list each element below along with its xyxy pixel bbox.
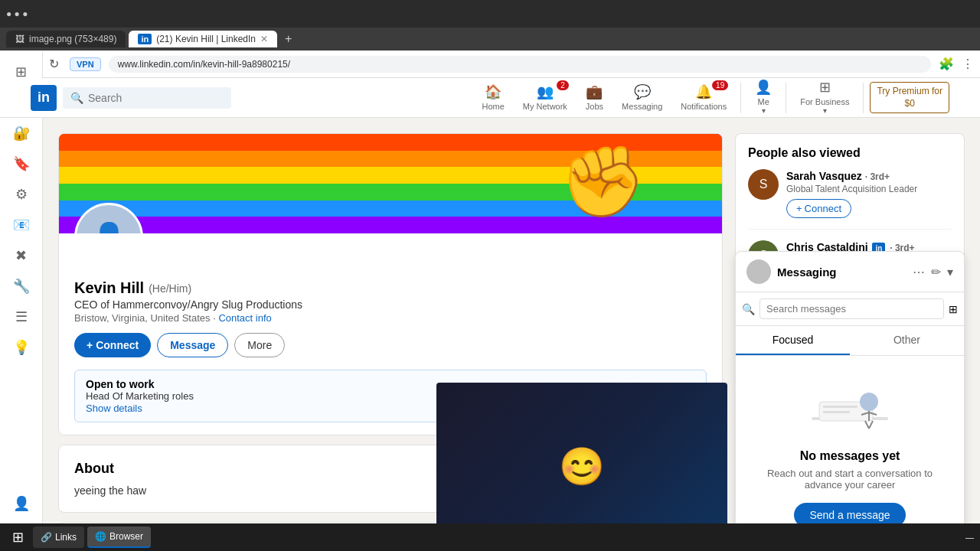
more-button[interactable]: More	[234, 333, 285, 357]
home-icon: 🏠	[485, 83, 501, 100]
messaging-tab-focused[interactable]: Focused	[736, 326, 850, 355]
nav-jobs-label: Jobs	[586, 102, 603, 111]
show-details-link[interactable]: Show details	[86, 403, 142, 414]
nav-jobs[interactable]: 💼 Jobs	[578, 80, 611, 116]
banner-fist-icon: ✊	[560, 142, 645, 222]
messaging-filter-icon[interactable]: ⊞	[949, 303, 958, 315]
messaging-header-avatar	[746, 259, 771, 284]
messaging-icon: 💬	[634, 83, 651, 100]
tab-favicon: 🖼	[15, 34, 24, 44]
sidebar-icon-3[interactable]: 🔐	[8, 119, 35, 147]
linkedin-logo[interactable]: in	[31, 85, 57, 111]
vpn-badge: VPN	[70, 57, 101, 71]
me-icon: 👤	[755, 79, 772, 96]
sidebar-icon-7[interactable]: ✖	[8, 242, 35, 269]
for-business-chevron: ▾	[823, 106, 827, 115]
search-box: 🔍	[63, 87, 231, 109]
taskbar-time: —	[965, 533, 974, 542]
taskbar-tray: —	[965, 533, 974, 542]
nav-network-label: My Network	[523, 102, 567, 111]
search-icon: 🔍	[70, 92, 83, 104]
person-title-sarah: Global Talent Acquisition Leader	[786, 184, 952, 194]
svg-rect-8	[823, 406, 858, 408]
nav-network[interactable]: 👥 My Network 2	[515, 80, 575, 116]
main-nav: 🏠 Home 👥 My Network 2 💼 Jobs 💬 Messaging…	[474, 76, 949, 119]
nav-me[interactable]: 👤 Me ▾	[747, 76, 779, 119]
profile-name: Kevin Hill (He/Him)	[74, 279, 707, 297]
svg-line-6	[865, 421, 869, 429]
profile-title: CEO of Hammerconvoy/Angry Slug Productio…	[74, 298, 707, 311]
sidebar-icon-bottom[interactable]: 👤	[8, 490, 35, 517]
grid-icon: ⊞	[819, 79, 831, 96]
refresh-button[interactable]: ↻	[46, 55, 62, 73]
sidebar-icon-4[interactable]: 🔖	[8, 150, 35, 178]
tab-close-button[interactable]: ✕	[260, 34, 268, 44]
contact-info-link[interactable]: Contact info	[218, 312, 271, 324]
nav-notifications-label: Notifications	[681, 102, 727, 111]
plus-icon: +	[87, 339, 93, 351]
me-chevron: ▾	[762, 106, 766, 115]
profile-location: Bristow, Virginia, United States · Conta…	[74, 312, 707, 324]
message-button[interactable]: Message	[157, 333, 228, 357]
sidebar-icon-10[interactable]: 💡	[8, 334, 35, 361]
messaging-title: Messaging	[777, 266, 913, 279]
nav-messaging[interactable]: 💬 Messaging	[614, 80, 670, 116]
sidebar-icon-8[interactable]: 🔧	[8, 272, 35, 300]
nav-divider-2	[786, 83, 786, 113]
messaging-compose-icon[interactable]: ✏	[931, 265, 941, 279]
traffic-lights[interactable]: ● ● ●	[6, 8, 28, 19]
messaging-actions: ⋯ ✏ ▾	[913, 265, 953, 279]
tab-linkedin[interactable]: in (21) Kevin Hill | LinkedIn ✕	[129, 31, 277, 47]
messaging-search-icon: 🔍	[742, 303, 755, 315]
person-info-sarah: Sarah Vasquez · 3rd+ Global Talent Acqui…	[786, 169, 952, 218]
profile-avatar-container: 👤	[74, 203, 143, 233]
messaging-tabs: Focused Other	[736, 326, 964, 356]
premium-button[interactable]: Try Premium for $0	[870, 82, 949, 113]
browser-tabs: 🖼 image.png (753×489) in (21) Kevin Hill…	[0, 28, 980, 51]
connect-sarah-button[interactable]: + Connect	[786, 199, 851, 218]
messaging-collapse-icon[interactable]: ▾	[947, 265, 953, 279]
tab-image[interactable]: 🖼 image.png (753×489)	[6, 31, 126, 47]
taskbar-browser-label: Browser	[109, 531, 143, 542]
tab-label: image.png (753×489)	[29, 34, 116, 44]
plus-icon-sarah: +	[796, 203, 802, 214]
links-icon: 🔗	[41, 532, 52, 543]
messaging-header[interactable]: Messaging ⋯ ✏ ▾	[736, 252, 964, 292]
taskbar: ⊞ 🔗 Links 🌐 Browser —	[0, 523, 980, 551]
person-name-sarah[interactable]: Sarah Vasquez · 3rd+	[786, 169, 952, 184]
sidebar-icon-6[interactable]: 📧	[8, 211, 35, 239]
premium-line2: $0	[877, 98, 942, 110]
connect-button[interactable]: + Connect	[74, 333, 151, 357]
extensions-icon[interactable]: 🧩	[936, 57, 957, 71]
taskbar-links-label: Links	[55, 532, 77, 543]
messaging-tab-other[interactable]: Other	[850, 326, 964, 355]
nav-home-label: Home	[482, 102, 504, 111]
taskbar-item-browser[interactable]: 🌐 Browser	[87, 527, 151, 548]
profile-info: Kevin Hill (He/Him) CEO of Hammerconvoy/…	[59, 233, 722, 370]
start-button[interactable]: ⊞	[6, 526, 30, 549]
new-tab-button[interactable]: +	[280, 32, 296, 46]
profile-name-text: Kevin Hill	[74, 279, 144, 297]
sidebar-icon-9[interactable]: ☰	[8, 303, 35, 331]
url-bar[interactable]: www.linkedin.com/in/kevin-hill-9a8980215…	[109, 56, 931, 73]
messaging-options-icon[interactable]: ⋯	[913, 265, 925, 279]
browser-address-bar: ◀ ▶ ↻ VPN www.linkedin.com/in/kevin-hill…	[0, 51, 980, 78]
messaging-search-input[interactable]	[760, 298, 944, 319]
sidebar-icon-5[interactable]: ⚙	[8, 181, 35, 208]
browser-menu-icon[interactable]: ⋮	[962, 57, 974, 71]
connect-label: Connect	[96, 339, 139, 351]
messaging-empty-state: No messages yet Reach out and start a co…	[736, 356, 964, 550]
linkedin-header: in 🔍 🏠 Home 👥 My Network 2 💼 Jobs 💬 Mess…	[0, 78, 980, 118]
nav-for-business[interactable]: ⊞ For Business ▾	[792, 76, 857, 119]
network-icon: 👥	[537, 83, 554, 100]
profile-location-text: Bristow, Virginia, United States	[74, 312, 211, 324]
messaging-empty-illustration	[804, 379, 896, 440]
nav-notifications[interactable]: 🔔 Notifications 19	[673, 80, 734, 116]
notifications-icon: 🔔	[695, 83, 712, 100]
left-sidebar: ⊞ 📋 🔐 🔖 ⚙ 📧 ✖ 🔧 ☰ 💡 👤	[0, 52, 43, 523]
nav-divider	[740, 83, 741, 113]
taskbar-item-links[interactable]: 🔗 Links	[33, 527, 84, 548]
search-input[interactable]	[88, 92, 218, 104]
nav-home[interactable]: 🏠 Home	[474, 80, 511, 116]
messaging-search-bar: 🔍 ⊞	[736, 292, 964, 326]
